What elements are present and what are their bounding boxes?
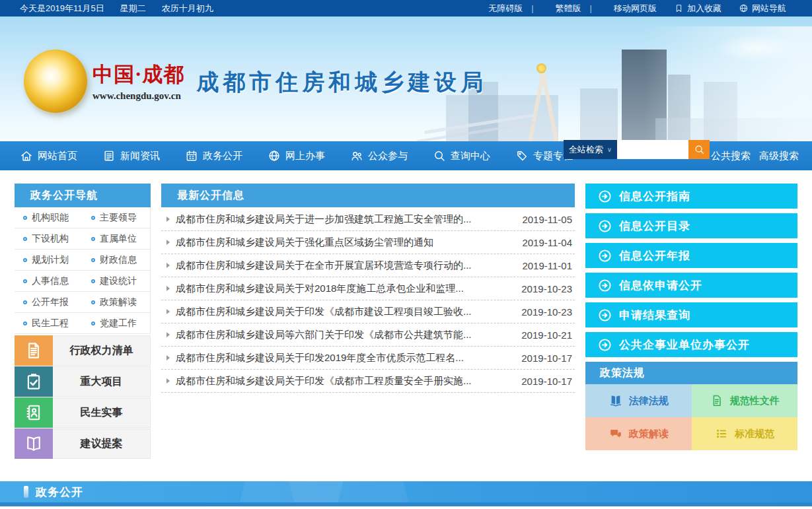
nav-item-label: 网站首页 xyxy=(38,150,77,162)
bullet-icon xyxy=(23,216,27,220)
search-button[interactable] xyxy=(688,140,710,159)
policy-cell[interactable]: 法律法规 xyxy=(585,384,692,417)
nav-item[interactable]: 政务公开 xyxy=(185,149,242,162)
info-panel: 信息公开指南 信息公开目录 信息公开年报 信息依申请公开 xyxy=(585,184,797,450)
search-scope-dropdown[interactable]: 全站检索 ∨ xyxy=(564,140,617,159)
nav-item[interactable]: 网上办事 xyxy=(268,149,325,162)
policy-cell[interactable]: 标准规范 xyxy=(692,417,798,450)
triangle-bullet-icon xyxy=(166,309,170,314)
sidebar-link[interactable]: 规划计划 xyxy=(15,250,83,271)
bullet-icon xyxy=(23,279,27,283)
search-input[interactable] xyxy=(617,140,688,159)
sidebar-promos: 行政权力清单 重大项目 民生实事 建议提案 xyxy=(15,335,151,459)
topbar-link[interactable]: 繁體版 | xyxy=(542,3,592,15)
sidebar-link[interactable]: 机构职能 xyxy=(15,207,83,228)
chevron-down-icon: ∨ xyxy=(607,146,612,153)
topbar-divider: | xyxy=(531,3,533,13)
sidebar-link[interactable]: 直属单位 xyxy=(83,228,151,250)
sidebar-promo[interactable]: 行政权力清单 xyxy=(15,335,151,366)
sidebar-link[interactable]: 主要领导 xyxy=(83,207,151,228)
topbar-link[interactable]: 移动网页版 xyxy=(601,3,665,15)
sidebar-link[interactable]: 下设机构 xyxy=(15,228,83,250)
policy-cell[interactable]: 政策解读 xyxy=(585,417,692,450)
bullet-icon xyxy=(91,322,95,325)
news-item-title: 成都市住房和城乡建设局关于进一步加强建筑工程施工安全管理的... xyxy=(176,213,514,226)
sidebar-link[interactable]: 政策解读 xyxy=(83,292,151,313)
news-item[interactable]: 成都市住房和城乡建设局等六部门关于印发《成都市公共建筑节能... 2019-10… xyxy=(161,323,575,347)
nav-item[interactable]: 查询中心 xyxy=(433,149,490,162)
news-item-title: 成都市住房和城乡建设局关于印发《成都市建设工程项目竣工验收... xyxy=(176,306,513,318)
info-buttons: 信息公开指南 信息公开目录 信息公开年报 信息依申请公开 xyxy=(585,184,797,357)
info-button[interactable]: 信息公开指南 xyxy=(585,184,797,209)
news-item-title: 成都市住房和城乡建设局关于强化重点区域扬尘管理的通知 xyxy=(176,236,514,249)
sidebar-link[interactable]: 党建工作 xyxy=(83,313,151,334)
sidebar-link-label: 政策解读 xyxy=(100,296,137,308)
topbar-link-label[interactable]: 无障碍版 xyxy=(488,3,523,15)
policy-panel-title: 政策法规 xyxy=(585,362,797,384)
sidebar-promo[interactable]: 建议提案 xyxy=(15,428,151,459)
news-item[interactable]: 成都市住房和城乡建设局关于对2018年度施工总承包企业和监理... 2019-1… xyxy=(161,277,575,300)
triangle-bullet-icon xyxy=(166,332,170,337)
news-item[interactable]: 成都市住房和城乡建设局关于印发《成都市工程质量安全手册实施... 2019-10… xyxy=(161,370,575,393)
search-icon xyxy=(433,149,446,162)
favorite-icon xyxy=(674,3,684,13)
bullet-icon xyxy=(23,237,27,241)
sidebar-link[interactable]: 建设统计 xyxy=(83,271,151,292)
news-item[interactable]: 成都市住房和城乡建设局关于强化重点区域扬尘管理的通知 2019-11-04 xyxy=(161,231,575,254)
sidebar-link-label: 党建工作 xyxy=(100,318,137,329)
nav-item[interactable]: 网站首页 xyxy=(20,149,77,162)
sidebar-link-label: 直属单位 xyxy=(100,233,137,245)
sidebar-link[interactable]: 财政信息 xyxy=(83,250,151,271)
topbar-link-label[interactable]: 移动网页版 xyxy=(614,3,657,15)
sidebar-promo[interactable]: 民生实事 xyxy=(15,397,151,428)
news-item[interactable]: 成都市住房和城乡建设局关于印发2019年度全市优质示范工程名... 2019-1… xyxy=(161,347,575,370)
info-button[interactable]: 申请结果查询 xyxy=(585,302,797,327)
news-item-date: 2019-10-17 xyxy=(521,353,572,364)
site-map-icon xyxy=(739,3,749,13)
nav-item[interactable]: 公众参与 xyxy=(350,149,408,162)
sidebar-link[interactable]: 人事信息 xyxy=(15,271,83,292)
triangle-bullet-icon xyxy=(166,240,170,245)
nav-item[interactable]: 新闻资讯 xyxy=(102,149,160,162)
main-nav: 网站首页 新闻资讯 政务公开 网上办事 公众参与 xyxy=(0,141,812,170)
arrow-circle-icon xyxy=(597,308,612,323)
site-logo[interactable] xyxy=(24,50,87,113)
news-item[interactable]: 成都市住房和城乡建设局关于进一步加强建筑工程施工安全管理的... 2019-11… xyxy=(161,208,575,231)
arrow-circle-icon xyxy=(597,278,612,293)
info-button[interactable]: 信息公开年报 xyxy=(585,243,797,268)
info-button[interactable]: 信息公开目录 xyxy=(585,213,797,238)
topbar-link[interactable]: 加入收藏 xyxy=(674,3,730,15)
search-link[interactable]: 公共搜索 xyxy=(711,150,751,162)
news-item-date: 2019-10-17 xyxy=(521,376,572,387)
page-title: 成都市住房和城乡建设局 xyxy=(196,67,487,98)
search-link[interactable]: 高级搜索 xyxy=(759,150,799,162)
bullet-icon xyxy=(91,300,95,304)
brand-text: 中国·成都 www.chengdu.gov.cn xyxy=(92,61,184,102)
sidebar-promo[interactable]: 重大项目 xyxy=(15,366,151,397)
main-content: 政务公开导航 机构职能 主要领导 下设机构 xyxy=(15,184,797,459)
topbar-link[interactable]: 无障碍版 | xyxy=(475,3,533,15)
info-button[interactable]: 公共企事业单位办事公开 xyxy=(585,332,797,357)
news-item-date: 2019-11-05 xyxy=(522,214,572,225)
topbar-link-label[interactable]: 网站导航 xyxy=(752,3,786,15)
policy-cell-label: 规范性文件 xyxy=(730,395,780,407)
chat-icon xyxy=(609,426,623,441)
search-links: 公共搜索 高级搜索 xyxy=(711,150,799,162)
sidebar-link-label: 主要领导 xyxy=(100,212,137,224)
news-item-date: 2019-10-21 xyxy=(521,329,572,341)
info-button[interactable]: 信息依申请公开 xyxy=(585,273,797,298)
bullet-icon xyxy=(91,237,95,241)
topbar-link-label[interactable]: 加入收藏 xyxy=(687,3,721,15)
bullet-icon xyxy=(23,322,27,325)
brand-row: 中国·成都 www.chengdu.gov.cn 成都市住房和城乡建设局 xyxy=(24,50,487,113)
sidebar-link[interactable]: 民生工程 xyxy=(15,313,83,334)
document-icon xyxy=(15,335,53,366)
news-item[interactable]: 成都市住房和城乡建设局关于印发《成都市建设工程项目竣工验收... 2019-10… xyxy=(161,300,575,323)
news-item[interactable]: 成都市住房和城乡建设局关于在全市开展宜居环境营造专项行动的... 2019-11… xyxy=(161,254,575,277)
brand-url: www.chengdu.gov.cn xyxy=(92,90,184,102)
topbar-link-label[interactable]: 繁體版 xyxy=(556,3,581,15)
tag-icon xyxy=(515,149,529,162)
sidebar-link[interactable]: 公开年报 xyxy=(15,292,83,313)
topbar-link[interactable]: 网站导航 xyxy=(739,3,795,15)
policy-cell[interactable]: 规范性文件 xyxy=(692,384,798,417)
